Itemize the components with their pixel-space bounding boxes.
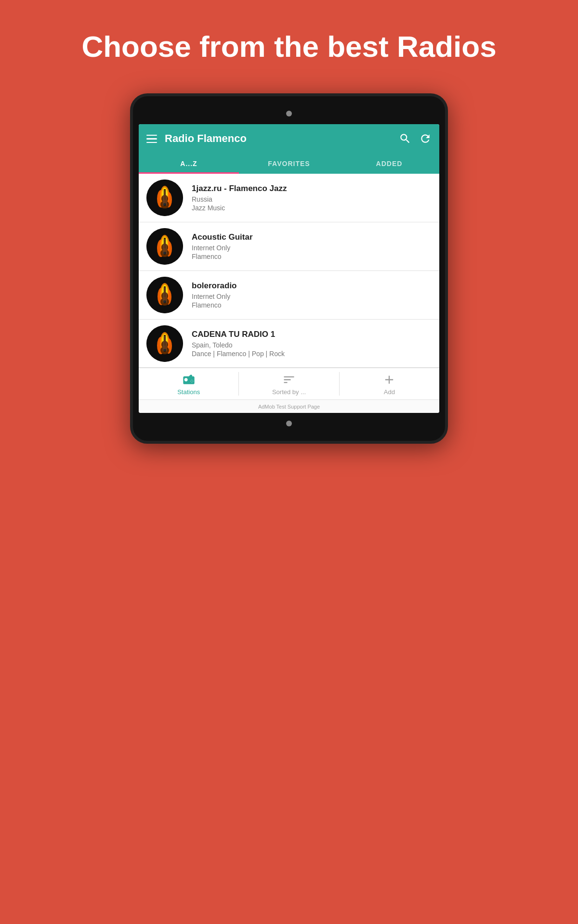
nav-add-label: Add [384, 388, 395, 396]
station-name: CADENA TU RADIO 1 [192, 330, 432, 339]
station-country: Spain, Toledo [192, 341, 432, 349]
station-info: boleroradio Internet Only Flamenco [192, 281, 432, 309]
camera-dot [286, 111, 292, 116]
station-avatar [146, 180, 183, 216]
nav-stations[interactable]: Stations [139, 368, 238, 399]
station-genre: Dance | Flamenco | Pop | Rock [192, 350, 432, 358]
bottom-hint-text: AdMob Test Support Page [258, 404, 320, 410]
station-avatar [146, 325, 183, 362]
station-item[interactable]: Acoustic Guitar Internet Only Flamenco [139, 222, 439, 271]
app-title: Radio Flamenco [165, 132, 391, 145]
app-screen: Radio Flamenco A...Z FAVORITES ADDED [139, 124, 439, 413]
station-item[interactable]: CADENA TU RADIO 1 Spain, Toledo Dance | … [139, 320, 439, 368]
radio-icon [182, 373, 196, 386]
station-item[interactable]: 1jazz.ru - Flamenco Jazz Russia Jazz Mus… [139, 174, 439, 222]
sort-icon [282, 373, 296, 386]
station-avatar [146, 277, 183, 313]
station-name: 1jazz.ru - Flamenco Jazz [192, 184, 432, 193]
station-info: 1jazz.ru - Flamenco Jazz Russia Jazz Mus… [192, 184, 432, 212]
station-genre: Flamenco [192, 253, 432, 260]
bottom-hint-bar: AdMob Test Support Page [139, 399, 439, 413]
app-bar: Radio Flamenco [139, 124, 439, 153]
station-avatar [146, 228, 183, 265]
station-genre: Flamenco [192, 301, 432, 309]
tab-favorites[interactable]: FAVORITES [239, 153, 339, 174]
tab-az[interactable]: A...Z [139, 153, 239, 174]
device-frame: Radio Flamenco A...Z FAVORITES ADDED [130, 93, 448, 444]
tabs-bar: A...Z FAVORITES ADDED [139, 153, 439, 174]
station-genre: Jazz Music [192, 204, 432, 212]
page-headline: Choose from the best Radios [0, 0, 578, 89]
nav-sorted-label: Sorted by ... [272, 388, 306, 396]
station-list: 1jazz.ru - Flamenco Jazz Russia Jazz Mus… [139, 174, 439, 368]
station-country: Russia [192, 195, 432, 203]
hamburger-menu-icon[interactable] [146, 135, 157, 143]
station-info: CADENA TU RADIO 1 Spain, Toledo Dance | … [192, 330, 432, 358]
add-icon [382, 373, 396, 386]
home-button[interactable] [286, 421, 292, 426]
refresh-icon[interactable] [419, 132, 432, 145]
station-country: Internet Only [192, 293, 432, 300]
tab-added[interactable]: ADDED [339, 153, 439, 174]
station-name: Acoustic Guitar [192, 232, 432, 242]
nav-add[interactable]: Add [340, 368, 439, 399]
nav-sorted[interactable]: Sorted by ... [239, 368, 339, 399]
device-wrapper: Radio Flamenco A...Z FAVORITES ADDED [0, 89, 578, 444]
station-info: Acoustic Guitar Internet Only Flamenco [192, 232, 432, 260]
station-country: Internet Only [192, 244, 432, 252]
search-icon[interactable] [399, 132, 411, 145]
station-item[interactable]: boleroradio Internet Only Flamenco [139, 271, 439, 320]
bottom-nav: Stations Sorted by ... Add [139, 368, 439, 399]
station-name: boleroradio [192, 281, 432, 291]
nav-stations-label: Stations [177, 388, 200, 396]
